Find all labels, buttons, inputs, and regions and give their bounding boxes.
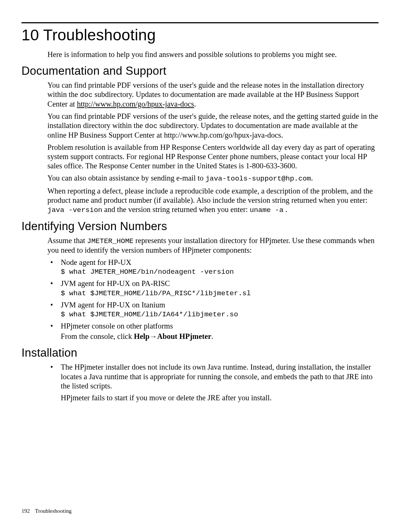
docsupport-p5: When reporting a defect, please include … [47, 186, 379, 215]
list-cmd: $ what $JMETER_HOME/lib/PA_RISC*/libjmet… [61, 289, 379, 298]
hp-docs-link[interactable]: http://www.hp.com/go/hpux-java-docs [77, 100, 194, 108]
version-body: Assume that JMETER_HOME represents your … [47, 236, 379, 341]
text: HPjmeter fails to start if you move or d… [61, 393, 379, 403]
page-number: 192 [21, 508, 30, 514]
version-intro: Assume that JMETER_HOME represents your … [47, 236, 379, 255]
list-item: JVM agent for HP-UX on Itanium $ what $J… [47, 300, 379, 319]
text: Assume that [47, 236, 87, 245]
page-footer: 192Troubleshooting [21, 508, 71, 514]
list-text: From the console, click Help→About HPjme… [61, 332, 379, 341]
section-install-title: Installation [21, 346, 379, 360]
list-label: JVM agent for HP-UX on PA-RISC [61, 279, 170, 287]
intro-block: Here is information to help you find ans… [47, 50, 379, 59]
docsupport-p2: You can find printable PDF versions of t… [47, 112, 379, 140]
list-label: HPjmeter console on other platforms [61, 322, 173, 330]
menu-help: Help [134, 332, 150, 340]
section-docsupport-title: Documentation and Support [21, 64, 379, 78]
section-version-title: Identifying Version Numbers [21, 220, 379, 233]
top-rule [21, 22, 379, 23]
code: doc [80, 91, 93, 99]
text: . [311, 174, 313, 182]
docsupport-body: You can find printable PDF versions of t… [47, 81, 379, 215]
chapter-title: 10 Troubleshooting [21, 26, 379, 44]
list-cmd: $ what $JMETER_HOME/lib/IA64*/libjmeter.… [61, 310, 379, 319]
footer-section: Troubleshooting [35, 508, 72, 514]
code: java-tools-support@hp.com [206, 175, 311, 183]
version-list: Node agent for HP-UX $ what JMETER_HOME/… [47, 258, 379, 341]
page: 10 Troubleshooting Here is information t… [0, 0, 400, 420]
text: When reporting a defect, please include … [47, 187, 373, 204]
text: . [283, 205, 287, 213]
menu-about: About HPjmeter [157, 332, 211, 340]
docsupport-p3: Problem resolution is available from HP … [47, 143, 379, 171]
install-list: The HPjmeter installer does not include … [47, 363, 379, 403]
list-cmd: $ what JMETER_HOME/bin/nodeagent -versio… [61, 268, 379, 277]
text: The HPjmeter installer does not include … [61, 363, 373, 390]
intro-text: Here is information to help you find ans… [47, 50, 379, 59]
text: From the console, click [61, 332, 134, 340]
text: . [211, 332, 213, 340]
docsupport-p1: You can find printable PDF versions of t… [47, 81, 379, 109]
code: doc [145, 122, 157, 130]
list-item: Node agent for HP-UX $ what JMETER_HOME/… [47, 258, 379, 277]
arrow-icon: → [150, 332, 157, 340]
text: You can also obtain assistance by sendin… [47, 174, 206, 182]
install-body: The HPjmeter installer does not include … [47, 363, 379, 403]
list-item: The HPjmeter installer does not include … [47, 363, 379, 403]
text: . [194, 100, 196, 108]
code: java -version [47, 206, 102, 214]
docsupport-p4: You can also obtain assistance by sendin… [47, 174, 379, 183]
list-label: Node agent for HP-UX [61, 258, 131, 266]
list-item: JVM agent for HP-UX on PA-RISC $ what $J… [47, 279, 379, 298]
text: and the version string returned when you… [102, 205, 250, 213]
code: uname -a [250, 206, 283, 214]
list-item: HPjmeter console on other platforms From… [47, 321, 379, 341]
list-label: JVM agent for HP-UX on Itanium [61, 301, 165, 309]
code: JMETER_HOME [87, 237, 133, 245]
